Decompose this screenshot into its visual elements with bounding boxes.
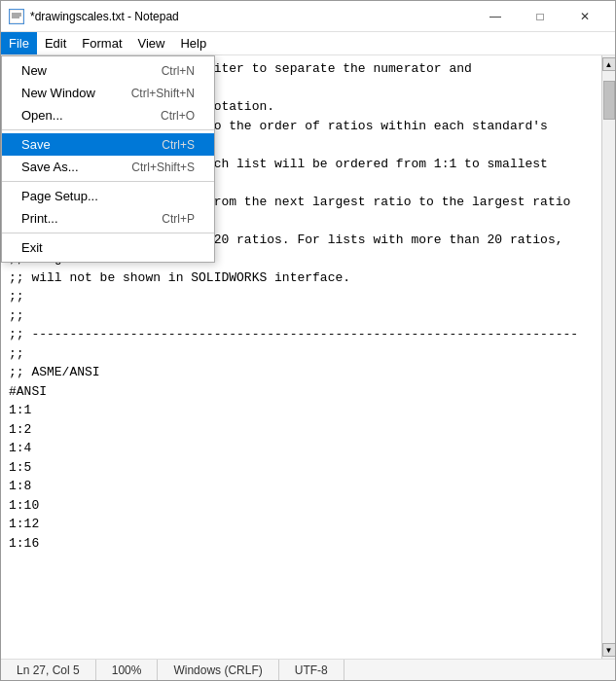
menu-page-setup-label: Page Setup... bbox=[21, 189, 98, 203]
menu-save[interactable]: Save Ctrl+S bbox=[2, 133, 214, 156]
encoding: UTF-8 bbox=[279, 660, 344, 680]
menu-save-label: Save bbox=[21, 137, 51, 152]
menu-new-label: New bbox=[21, 63, 47, 78]
menu-open-shortcut: Ctrl+O bbox=[161, 109, 195, 123]
scroll-up-button[interactable]: ▲ bbox=[602, 57, 616, 71]
svg-rect-0 bbox=[10, 10, 23, 23]
menu-edit-label: Edit bbox=[45, 36, 66, 51]
file-dropdown: New Ctrl+N New Window Ctrl+Shift+N Open.… bbox=[1, 55, 215, 263]
menu-exit-label: Exit bbox=[21, 240, 43, 255]
menu-format-label: Format bbox=[82, 36, 122, 51]
status-bar: Ln 27, Col 5 100% Windows (CRLF) UTF-8 bbox=[1, 659, 615, 680]
menu-format[interactable]: Format bbox=[74, 32, 129, 54]
menu-save-as-label: Save As... bbox=[21, 160, 79, 174]
menu-file[interactable]: File New Ctrl+N New Window Ctrl+Shift+N … bbox=[1, 32, 37, 54]
scroll-thumb[interactable] bbox=[603, 81, 615, 120]
menu-view[interactable]: View bbox=[130, 32, 173, 54]
menu-new-window-label: New Window bbox=[21, 86, 95, 100]
separator-3 bbox=[2, 233, 214, 233]
menu-save-shortcut: Ctrl+S bbox=[162, 138, 195, 152]
menu-file-label: File bbox=[9, 36, 29, 51]
menu-print-label: Print... bbox=[21, 211, 58, 226]
close-button[interactable]: ✕ bbox=[562, 1, 607, 32]
separator-2 bbox=[2, 181, 214, 182]
menu-bar: File New Ctrl+N New Window Ctrl+Shift+N … bbox=[1, 32, 615, 55]
scroll-down-button[interactable]: ▼ bbox=[602, 643, 616, 657]
menu-new-window[interactable]: New Window Ctrl+Shift+N bbox=[2, 82, 214, 104]
menu-open-label: Open... bbox=[21, 108, 63, 123]
menu-save-as-shortcut: Ctrl+Shift+S bbox=[131, 161, 195, 174]
app-icon bbox=[9, 9, 24, 24]
line-ending: Windows (CRLF) bbox=[158, 660, 278, 680]
minimize-button[interactable]: — bbox=[473, 1, 518, 32]
menu-new-window-shortcut: Ctrl+Shift+N bbox=[131, 87, 195, 100]
menu-page-setup[interactable]: Page Setup... bbox=[2, 185, 214, 207]
zoom-level: 100% bbox=[96, 660, 159, 680]
window-title: *drawingscales.txt - Notepad bbox=[30, 10, 473, 23]
separator-1 bbox=[2, 129, 214, 130]
maximize-button[interactable]: □ bbox=[518, 1, 562, 32]
vertical-scrollbar[interactable]: ▲ ▼ bbox=[601, 55, 615, 659]
menu-exit[interactable]: Exit bbox=[2, 236, 214, 259]
menu-new-shortcut: Ctrl+N bbox=[162, 64, 195, 78]
menu-view-label: View bbox=[138, 36, 165, 51]
notepad-window: *drawingscales.txt - Notepad — □ ✕ File … bbox=[0, 0, 616, 681]
scroll-track[interactable] bbox=[602, 71, 616, 643]
menu-open[interactable]: Open... Ctrl+O bbox=[2, 104, 214, 126]
menu-help[interactable]: Help bbox=[172, 32, 214, 54]
menu-save-as[interactable]: Save As... Ctrl+Shift+S bbox=[2, 156, 214, 178]
menu-print-shortcut: Ctrl+P bbox=[162, 212, 195, 226]
window-controls: — □ ✕ bbox=[473, 1, 607, 32]
menu-new[interactable]: New Ctrl+N bbox=[2, 59, 214, 82]
menu-edit[interactable]: Edit bbox=[37, 32, 74, 54]
title-bar: *drawingscales.txt - Notepad — □ ✕ bbox=[1, 1, 615, 32]
cursor-position: Ln 27, Col 5 bbox=[1, 660, 96, 680]
menu-help-label: Help bbox=[180, 36, 206, 51]
menu-print[interactable]: Print... Ctrl+P bbox=[2, 207, 214, 230]
